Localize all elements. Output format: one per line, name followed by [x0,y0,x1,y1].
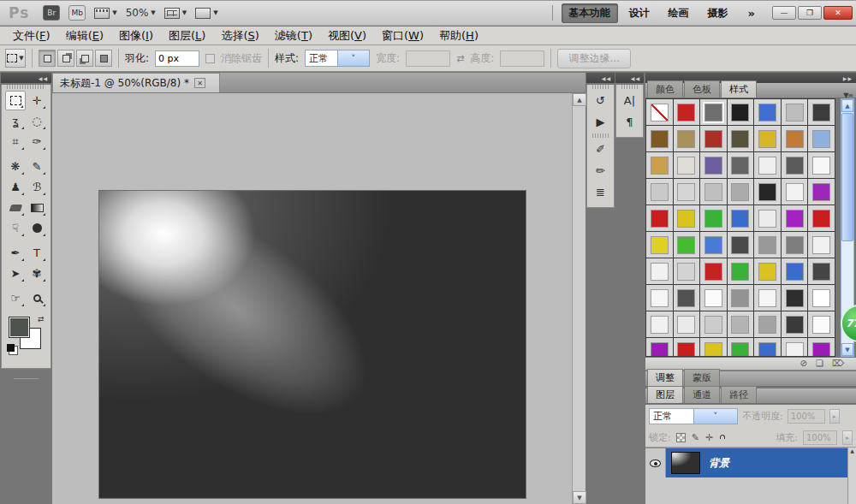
style-swatch[interactable] [646,311,673,337]
subtract-from-selection-mode[interactable] [76,50,93,67]
antialias-checkbox[interactable] [205,54,215,63]
style-swatch[interactable] [728,179,754,205]
style-swatch[interactable] [700,126,727,151]
style-swatch[interactable] [728,311,754,337]
tab-styles[interactable]: 样式 [721,80,757,98]
brush-tool[interactable]: ✎ [27,157,47,176]
tool-presets-panel-icon[interactable]: ✐ [590,139,612,159]
style-swatch[interactable] [728,285,754,311]
style-swatch[interactable] [754,311,781,337]
blend-mode-select[interactable]: 正常 ˅ [649,408,738,424]
style-swatch[interactable] [646,126,673,151]
type-tool[interactable]: T [27,243,47,263]
default-colors-icon[interactable] [7,344,15,352]
style-swatch[interactable] [808,126,835,151]
style-swatch[interactable] [646,152,673,178]
document-scrollbar[interactable]: ▲ ▼ [572,93,586,504]
style-swatch[interactable] [700,179,727,205]
style-swatch[interactable] [754,338,781,357]
scroll-down-icon[interactable]: ▼ [841,343,853,356]
style-swatch[interactable] [700,338,727,357]
canvas[interactable] [98,190,526,499]
current-tool-preset[interactable]: ▼ [5,49,26,68]
style-swatch[interactable] [674,205,700,231]
style-swatch[interactable] [646,258,673,284]
path-selection-tool[interactable]: ➤ [5,264,26,283]
scroll-up-icon[interactable]: ▲ [573,93,586,106]
history-panel-icon[interactable]: ↺ [590,91,612,110]
workspace-painting[interactable]: 绘画 [661,3,697,23]
style-swatch[interactable] [700,99,727,125]
style-swatch[interactable] [782,205,808,231]
character-panel-icon[interactable]: A| [619,91,641,110]
style-swatch[interactable] [808,152,835,178]
lock-transparency-icon[interactable] [676,433,686,442]
style-swatch[interactable] [674,338,700,357]
style-swatch[interactable] [754,232,781,258]
zoom-level-control[interactable]: 50%▼ [126,7,156,19]
workspace-overflow-button[interactable]: » [745,7,758,20]
menu-help[interactable]: 帮助(H) [431,27,486,45]
style-swatch[interactable] [674,311,700,337]
gradient-tool[interactable] [27,198,47,217]
style-swatch[interactable] [808,311,835,337]
style-swatch[interactable] [754,126,781,151]
document-tab[interactable]: 未标题-1 @ 50%(RGB/8) * ✕ [52,73,220,92]
style-swatch[interactable] [782,311,808,337]
close-icon[interactable]: ✕ [194,78,205,88]
style-swatch[interactable] [754,285,781,311]
menu-filter[interactable]: 滤镜(T) [267,27,320,45]
collapse-panel-icon[interactable]: ◀◀ [615,73,644,83]
style-swatch[interactable] [674,258,700,284]
brush-panel-icon[interactable]: ✏ [590,161,612,181]
layers-scrollbar[interactable]: ▲ [847,448,856,504]
style-swatch[interactable] [782,285,808,311]
lasso-tool[interactable]: ʓ [5,111,26,131]
pen-tool[interactable]: ✒ [5,243,26,263]
style-swatch[interactable] [808,179,835,205]
spot-healing-brush-tool[interactable]: ❋ [5,157,26,176]
view-extras-button[interactable]: ▼ [94,8,116,19]
style-swatch[interactable] [646,232,673,258]
style-swatch[interactable] [754,258,781,284]
style-swatch[interactable] [646,205,673,231]
style-swatch[interactable] [674,285,700,311]
lock-move-icon[interactable]: ✛ [705,432,713,443]
style-swatch[interactable] [782,152,808,178]
tab-adjustments[interactable]: 调整 [647,369,683,386]
style-swatch[interactable] [646,285,673,311]
style-swatch[interactable] [728,99,754,125]
style-swatch[interactable] [646,338,673,357]
panel-grip[interactable] [7,85,45,89]
new-selection-mode[interactable] [39,50,56,67]
style-swatch[interactable] [808,99,835,125]
workspace-basic[interactable]: 基本功能 [562,3,618,23]
zoom-tool[interactable] [27,288,47,308]
style-swatch[interactable] [700,311,727,337]
bridge-button[interactable]: Br [43,5,60,21]
minimize-button[interactable]: — [772,6,796,20]
visibility-eye-icon[interactable] [650,460,661,467]
panel-grip[interactable] [592,133,609,138]
actions-panel-icon[interactable]: ▶ [590,112,612,132]
style-swatch[interactable] [808,258,835,284]
tab-channels[interactable]: 通道 [684,386,720,403]
eraser-tool[interactable] [5,198,26,217]
foreground-color-swatch[interactable] [9,317,30,338]
style-swatch[interactable] [646,99,673,125]
screen-mode-button[interactable]: ▼ [195,8,217,19]
scroll-up-icon[interactable]: ▲ [841,99,853,112]
quick-selection-tool[interactable]: ◌ [27,111,47,131]
clear-style-icon[interactable]: ⊘ [800,359,807,368]
intersect-selection-mode[interactable] [95,50,112,67]
style-swatch[interactable] [782,179,808,205]
eyedropper-tool[interactable]: ✑ [27,132,47,151]
paragraph-panel-icon[interactable]: ¶ [619,112,641,132]
style-swatch[interactable] [674,179,700,205]
tab-masks[interactable]: 蒙版 [684,369,720,386]
feather-input[interactable] [155,50,199,67]
panel-grip[interactable] [621,85,638,89]
menu-file[interactable]: 文件(F) [5,27,58,45]
close-button[interactable]: ✕ [823,6,853,20]
mini-bridge-button[interactable]: Mb [68,5,86,21]
